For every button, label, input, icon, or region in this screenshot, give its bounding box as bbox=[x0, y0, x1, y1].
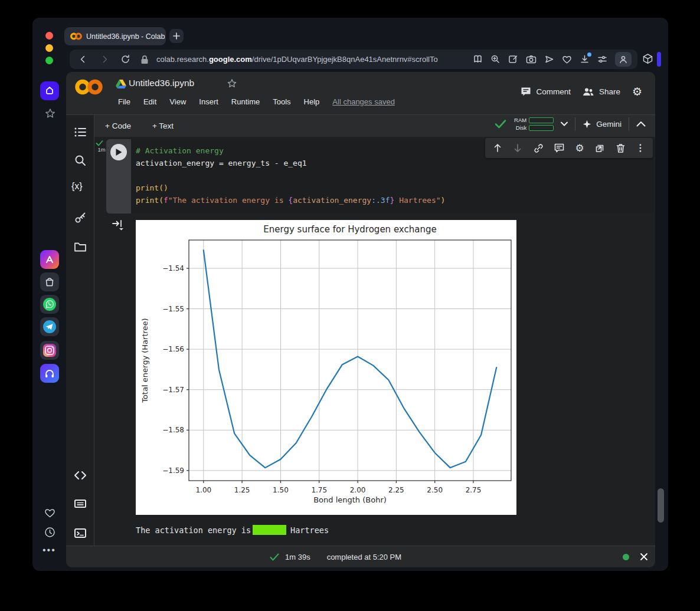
menu-help[interactable]: Help bbox=[304, 97, 320, 106]
sidebar-history[interactable] bbox=[44, 527, 55, 538]
add-text-button[interactable]: + Text bbox=[152, 121, 174, 130]
menu-tools[interactable]: Tools bbox=[273, 97, 290, 106]
status-connection-dot bbox=[623, 554, 629, 560]
download-badge bbox=[587, 52, 591, 57]
plus-icon bbox=[173, 32, 180, 40]
scrollbar-thumb[interactable] bbox=[658, 488, 664, 523]
zoom-window-button[interactable] bbox=[45, 57, 53, 64]
close-status-icon[interactable] bbox=[640, 553, 648, 561]
move-cell-down-icon[interactable] bbox=[513, 143, 522, 153]
disk-bar bbox=[529, 125, 554, 131]
url-text[interactable]: colab.research.google.com/drive/1pDUqvar… bbox=[156, 55, 473, 64]
svg-text:2.75: 2.75 bbox=[466, 486, 482, 494]
resource-meter[interactable]: RAM Disk bbox=[514, 117, 554, 131]
collapse-toolbar-icon[interactable] bbox=[636, 121, 646, 127]
share-button[interactable]: Share bbox=[583, 87, 620, 96]
svg-text:1.00: 1.00 bbox=[195, 486, 211, 494]
star-icon bbox=[44, 107, 57, 120]
sidebar-favorites-heart[interactable] bbox=[44, 508, 55, 518]
settings-sliders-icon[interactable] bbox=[597, 55, 607, 64]
notebook-title[interactable]: Untitled36.ipynb bbox=[129, 78, 194, 88]
notebook-body: 1m # Activation energyactivation_energy … bbox=[94, 137, 655, 546]
sidebar-music-app[interactable] bbox=[40, 364, 59, 383]
gemini-spark-icon bbox=[583, 120, 591, 129]
menu-file[interactable]: File bbox=[118, 97, 130, 106]
comment-cell-icon[interactable] bbox=[554, 143, 564, 153]
profile-button[interactable] bbox=[615, 52, 632, 67]
secrets-key-icon[interactable] bbox=[74, 211, 87, 224]
camera-icon[interactable] bbox=[526, 55, 537, 64]
move-cell-up-icon[interactable] bbox=[493, 143, 502, 153]
sidebar-home-button[interactable] bbox=[40, 81, 59, 100]
add-code-button[interactable]: + Code bbox=[105, 121, 131, 130]
sidebar-instagram[interactable] bbox=[40, 341, 59, 360]
instagram-icon bbox=[42, 343, 57, 358]
sidebar-toggle-pill[interactable] bbox=[657, 52, 661, 67]
runtime-dropdown-caret[interactable] bbox=[561, 121, 568, 126]
edit-icon[interactable] bbox=[508, 54, 518, 64]
cell-success-check-icon bbox=[96, 140, 103, 146]
share-page-icon[interactable] bbox=[544, 54, 554, 64]
sidebar-app-store[interactable] bbox=[40, 272, 59, 291]
favorite-heart-icon[interactable] bbox=[562, 55, 572, 64]
colab-page: Untitled36.ipynb File Edit View Insert R… bbox=[66, 72, 655, 567]
sidebar-whatsapp[interactable] bbox=[40, 295, 59, 314]
settings-gear-icon[interactable]: ⚙ bbox=[632, 85, 642, 98]
comment-icon bbox=[521, 87, 531, 97]
home-icon bbox=[44, 85, 55, 97]
menu-edit[interactable]: Edit bbox=[143, 97, 156, 106]
output-text-prefix: The activation energy is bbox=[136, 525, 251, 535]
comment-button[interactable]: Comment bbox=[521, 87, 571, 97]
menu-view[interactable]: View bbox=[169, 97, 186, 106]
forward-icon[interactable] bbox=[100, 54, 110, 64]
cell-settings-gear-icon[interactable]: ⚙ bbox=[575, 143, 584, 153]
files-folder-icon[interactable] bbox=[74, 241, 87, 254]
svg-text:−1.56: −1.56 bbox=[162, 345, 184, 353]
open-in-tab-icon[interactable] bbox=[595, 143, 605, 153]
star-notebook-icon[interactable] bbox=[227, 78, 237, 89]
connected-check-icon bbox=[494, 119, 507, 129]
menu-insert[interactable]: Insert bbox=[199, 97, 218, 106]
output-chart: 1.001.251.501.752.002.252.502.75−1.54−1.… bbox=[136, 220, 516, 515]
table-of-contents-icon[interactable] bbox=[74, 126, 87, 139]
extension-cube-button[interactable] bbox=[642, 53, 654, 65]
link-cell-icon[interactable] bbox=[534, 143, 544, 153]
gemini-button[interactable]: Gemini bbox=[583, 120, 622, 129]
profile-icon bbox=[619, 55, 628, 64]
minimize-window-button[interactable] bbox=[45, 44, 53, 52]
status-duration: 1m 39s bbox=[285, 553, 310, 561]
close-window-button[interactable] bbox=[45, 32, 53, 40]
people-icon bbox=[583, 87, 594, 96]
output-expander-icon[interactable] bbox=[111, 218, 125, 232]
new-tab-button[interactable] bbox=[169, 29, 184, 43]
delete-cell-icon[interactable] bbox=[616, 143, 625, 153]
cell-exec-time: 1m bbox=[96, 146, 107, 153]
url-bar[interactable]: colab.research.google.com/drive/1pDUqvar… bbox=[70, 50, 637, 69]
browser-tab[interactable]: Untitled36.ipynb - Colab bbox=[64, 27, 166, 45]
cell-exec-badge: 1m bbox=[96, 140, 107, 153]
svg-text:Bond length (Bohr): Bond length (Bohr) bbox=[313, 495, 387, 504]
reload-icon[interactable] bbox=[120, 54, 130, 64]
save-status[interactable]: All changes saved bbox=[332, 97, 395, 106]
command-palette-icon[interactable] bbox=[74, 497, 87, 510]
terminal-icon[interactable] bbox=[74, 527, 87, 540]
reader-icon[interactable] bbox=[473, 54, 483, 64]
code-lines: # Activation energyactivation_energy = e… bbox=[136, 144, 445, 206]
svg-text:2.50: 2.50 bbox=[427, 486, 443, 494]
variables-icon[interactable]: {x} bbox=[71, 181, 89, 194]
search-icon[interactable] bbox=[74, 154, 87, 167]
menu-runtime[interactable]: Runtime bbox=[231, 97, 260, 106]
cell-gutter bbox=[106, 139, 131, 213]
sidebar-app-1[interactable] bbox=[40, 250, 59, 269]
sidebar-more-button[interactable]: ••• bbox=[42, 545, 56, 556]
back-icon[interactable] bbox=[78, 54, 88, 64]
sidebar-telegram[interactable] bbox=[40, 317, 59, 336]
cell-more-actions-icon[interactable]: ⋮ bbox=[636, 143, 645, 153]
heart-icon bbox=[44, 508, 55, 518]
downloads-button[interactable] bbox=[580, 54, 590, 64]
execution-status-bar: 1m 39s completed at 5:20 PM bbox=[66, 546, 655, 567]
code-snippets-icon[interactable] bbox=[74, 469, 87, 482]
sidebar-favorites-button[interactable] bbox=[44, 107, 57, 120]
run-cell-button[interactable] bbox=[110, 144, 127, 160]
zoom-page-icon[interactable] bbox=[490, 54, 501, 64]
